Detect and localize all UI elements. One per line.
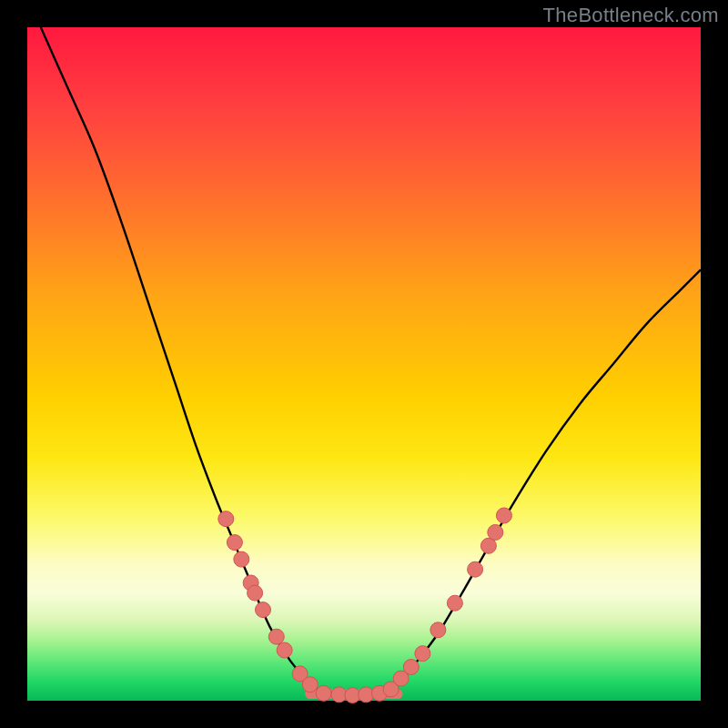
data-marker (415, 646, 430, 662)
data-marker (488, 525, 503, 541)
data-marker (468, 561, 483, 577)
data-markers (218, 508, 512, 703)
bottleneck-curve (41, 27, 701, 695)
data-marker (268, 629, 284, 644)
data-marker (218, 511, 234, 527)
data-marker (277, 642, 292, 658)
data-marker (403, 660, 419, 675)
data-marker (316, 685, 331, 701)
chart-overlay (27, 27, 701, 701)
data-marker (430, 622, 446, 638)
chart-canvas: TheBottleneck.com (0, 0, 728, 728)
data-marker (447, 595, 462, 611)
data-marker (256, 602, 271, 618)
data-marker (248, 585, 263, 601)
data-marker (227, 535, 242, 551)
data-marker (234, 551, 249, 567)
data-marker (302, 677, 318, 693)
watermark-label: TheBottleneck.com (543, 4, 719, 27)
data-marker (496, 508, 511, 523)
